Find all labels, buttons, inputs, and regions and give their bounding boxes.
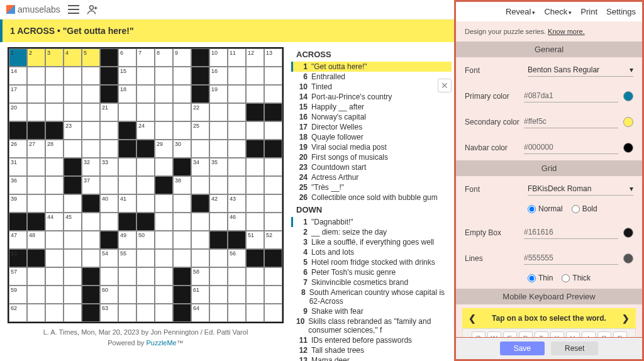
grid-cell[interactable] <box>64 286 82 304</box>
navbar-color-input[interactable] <box>524 141 618 154</box>
clue-row[interactable]: 10Skills class rebranded as "family and … <box>291 316 452 335</box>
grid-cell[interactable]: 22 <box>191 103 209 121</box>
grid-cell[interactable]: 2 <box>27 48 45 67</box>
grid-cell[interactable] <box>64 140 82 158</box>
grid-cell[interactable] <box>155 121 173 140</box>
clue-row[interactable]: 5Hotel room fridge stocked with drinks <box>291 257 452 267</box>
grid-cell[interactable] <box>45 267 64 286</box>
navbar-swatch[interactable] <box>623 143 633 153</box>
lines-input[interactable] <box>524 252 618 265</box>
grid-cell[interactable]: 28 <box>45 140 64 158</box>
grid-cell[interactable] <box>173 85 191 103</box>
clue-row[interactable]: 17Director Welles <box>291 122 452 132</box>
grid-cell[interactable] <box>155 158 173 176</box>
grid-cell[interactable]: 47 <box>9 231 27 249</box>
grid-cell[interactable]: 48 <box>27 231 45 249</box>
grid-cell[interactable] <box>45 103 64 121</box>
grid-cell[interactable]: 24 <box>136 121 155 140</box>
grid-cell[interactable] <box>136 158 155 176</box>
grid-cell[interactable] <box>209 286 228 304</box>
grid-cell[interactable]: 36 <box>9 176 27 194</box>
grid-cell[interactable] <box>27 85 45 103</box>
grid-cell[interactable] <box>82 304 100 322</box>
clue-row[interactable]: 18Quayle follower <box>291 132 452 142</box>
grid-cell[interactable] <box>264 158 282 176</box>
grid-cell[interactable]: 29 <box>155 140 173 158</box>
grid-cell[interactable] <box>9 213 27 231</box>
grid-cell[interactable] <box>45 158 64 176</box>
grid-cell[interactable] <box>64 249 82 267</box>
clue-row[interactable]: 16Norway's capital <box>291 112 452 122</box>
grid-cell[interactable] <box>246 194 264 213</box>
grid-cell[interactable] <box>264 213 282 231</box>
grid-cell[interactable] <box>64 231 82 249</box>
clue-row[interactable]: 4Lots and lots <box>291 247 452 257</box>
grid-cell[interactable] <box>155 231 173 249</box>
grid-cell[interactable] <box>100 67 118 85</box>
clue-row[interactable]: 19Viral social media post <box>291 142 452 152</box>
grid-cell[interactable] <box>209 304 228 322</box>
grid-cell[interactable] <box>173 267 191 286</box>
grid-cell[interactable] <box>27 249 45 267</box>
grid-cell[interactable] <box>136 267 155 286</box>
grid-cell[interactable]: 35 <box>209 158 228 176</box>
grid-cell[interactable] <box>82 194 100 213</box>
grid-cell[interactable]: 9 <box>173 48 191 67</box>
grid-cell[interactable]: 5 <box>82 48 100 67</box>
grid-cell[interactable] <box>82 249 100 267</box>
grid-cell[interactable]: 41 <box>118 194 136 213</box>
grid-cell[interactable]: 10 <box>209 48 228 67</box>
grid-cell[interactable] <box>118 286 136 304</box>
clue-row[interactable]: 7Skinvincible cosmetics brand <box>291 277 452 287</box>
grid-cell[interactable] <box>100 121 118 140</box>
grid-cell[interactable] <box>45 121 64 140</box>
grid-cell[interactable] <box>246 304 264 322</box>
grid-cell[interactable] <box>209 249 228 267</box>
reveal-menu[interactable]: Reveal <box>506 7 535 16</box>
grid-cell[interactable]: 6 <box>118 48 136 67</box>
grid-cell[interactable]: 11 <box>228 48 246 67</box>
grid-cell[interactable] <box>264 103 282 121</box>
grid-cell[interactable] <box>9 121 27 140</box>
grid-cell[interactable]: 3 <box>45 48 64 67</box>
grid-font-select[interactable]: FBKisDeck Roman▾ <box>528 182 633 196</box>
grid-cell[interactable]: 49 <box>118 231 136 249</box>
grid-cell[interactable]: 46 <box>228 213 246 231</box>
grid-cell[interactable] <box>64 158 82 176</box>
grid-cell[interactable]: 15 <box>118 67 136 85</box>
grid-cell[interactable] <box>45 286 64 304</box>
grid-cell[interactable] <box>173 121 191 140</box>
grid-cell[interactable] <box>27 103 45 121</box>
clue-row[interactable]: 2__ diem: seize the day <box>291 227 452 237</box>
grid-cell[interactable] <box>264 286 282 304</box>
grid-cell[interactable] <box>173 249 191 267</box>
grid-cell[interactable] <box>191 231 209 249</box>
grid-cell[interactable] <box>27 304 45 322</box>
grid-cell[interactable] <box>136 213 155 231</box>
grid-cell[interactable] <box>173 286 191 304</box>
grid-cell[interactable]: 38 <box>173 176 191 194</box>
grid-cell[interactable]: 59 <box>9 286 27 304</box>
settings-button[interactable]: Settings <box>606 7 636 16</box>
grid-cell[interactable] <box>228 231 246 249</box>
grid-cell[interactable] <box>228 140 246 158</box>
grid-cell[interactable]: 18 <box>118 85 136 103</box>
puzzleme-link[interactable]: PuzzleMe <box>146 339 176 347</box>
grid-cell[interactable] <box>246 67 264 85</box>
grid-cell[interactable] <box>155 194 173 213</box>
grid-cell[interactable] <box>155 304 173 322</box>
know-more-link[interactable]: Know more. <box>548 28 585 35</box>
grid-cell[interactable]: 56 <box>228 249 246 267</box>
grid-cell[interactable] <box>45 231 64 249</box>
grid-cell[interactable] <box>136 286 155 304</box>
grid-cell[interactable] <box>264 304 282 322</box>
grid-cell[interactable] <box>27 286 45 304</box>
grid-cell[interactable] <box>173 158 191 176</box>
grid-cell[interactable]: 7 <box>136 48 155 67</box>
grid-cell[interactable] <box>64 194 82 213</box>
primary-color-input[interactable] <box>524 89 618 103</box>
grid-cell[interactable] <box>264 140 282 158</box>
clue-row[interactable]: 1"Dagnabbit!" <box>291 217 452 227</box>
grid-cell[interactable] <box>264 176 282 194</box>
grid-cell[interactable] <box>64 176 82 194</box>
